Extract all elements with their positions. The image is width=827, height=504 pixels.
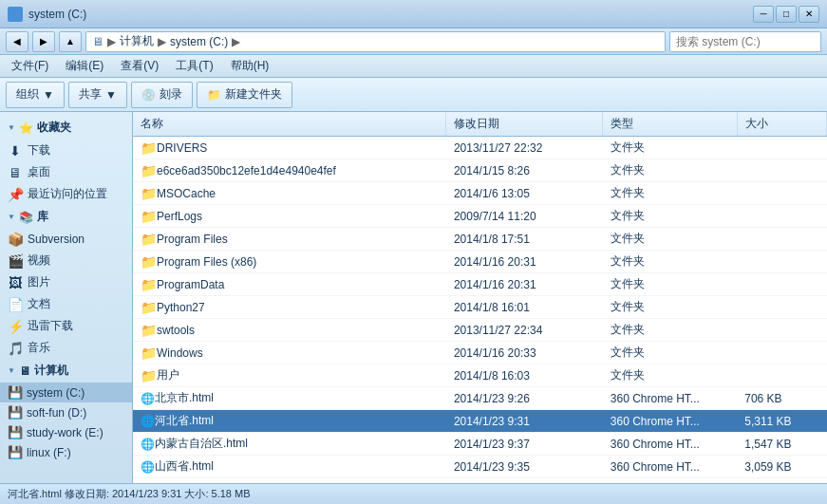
folder-icon: 📁 [141, 163, 157, 178]
new-folder-button[interactable]: 📁 新建文件夹 [197, 82, 292, 108]
sidebar-item-subversion[interactable]: 📦 Subversion [0, 229, 132, 250]
menu-file[interactable]: 文件(F) [4, 56, 56, 76]
cell-type: 文件夹 [603, 251, 737, 273]
cell-name: 📁 Python27 [133, 296, 446, 319]
back-button[interactable]: ◀ [6, 31, 28, 52]
table-row[interactable]: 🌐 天津市.html 2014/1/23 9:26 360 Chrome HT.… [133, 478, 827, 484]
computer-icon: 🖥 [19, 364, 30, 378]
sidebar-item-recent[interactable]: 📌 最近访问的位置 [0, 183, 132, 205]
search-input[interactable] [669, 31, 821, 52]
sidebar-item-desktop[interactable]: 🖥 桌面 [0, 161, 132, 183]
drive-f-icon: 💾 [8, 445, 23, 459]
file-table: 名称 修改日期 类型 大小 📁 DRIVERS 2013/11/27 22:32… [133, 112, 827, 483]
table-row[interactable]: 🌐 北京市.html 2014/1/23 9:26 360 Chrome HT.… [133, 387, 827, 410]
share-arrow: ▼ [105, 88, 117, 102]
sidebar-drive-e[interactable]: 💾 study-work (E:) [0, 422, 132, 442]
sidebar-drive-f[interactable]: 💾 linux (F:) [0, 442, 132, 462]
cell-size [737, 342, 826, 364]
favorites-header[interactable]: ▼ ⭐ 收藏夹 [0, 116, 132, 140]
sidebar-item-pictures[interactable]: 🖼 图片 [0, 271, 132, 293]
table-row[interactable]: 🌐 河北省.html 2014/1/23 9:31 360 Chrome HT.… [133, 410, 827, 433]
menu-view[interactable]: 查看(V) [113, 56, 166, 76]
cell-size: 568 KB [737, 478, 826, 484]
sidebar-item-thunder[interactable]: ⚡ 迅雷下载 [0, 315, 132, 337]
library-header[interactable]: ▼ 📚 库 [0, 205, 132, 229]
menu-help[interactable]: 帮助(H) [223, 56, 277, 76]
breadcrumb-current[interactable]: system (C:) [170, 35, 228, 48]
cell-type: 文件夹 [603, 205, 737, 228]
thunder-icon: ⚡ [8, 319, 23, 334]
cell-date: 2014/1/16 20:33 [446, 342, 603, 364]
col-header-size[interactable]: 大小 [737, 112, 826, 137]
cell-date: 2014/1/6 13:05 [446, 182, 603, 205]
burn-button[interactable]: 💿 刻录 [131, 82, 193, 108]
table-row[interactable]: 📁 Program Files 2014/1/8 17:51 文件夹 [133, 228, 827, 251]
forward-button[interactable]: ▶ [32, 31, 55, 52]
table-row[interactable]: 📁 Windows 2014/1/16 20:33 文件夹 [133, 342, 827, 364]
cell-type: 文件夹 [603, 342, 737, 364]
cell-name: 📁 Windows [133, 342, 446, 364]
sidebar-item-video[interactable]: 🎬 视频 [0, 250, 132, 271]
close-button[interactable]: ✕ [799, 6, 819, 23]
desktop-icon: 🖥 [8, 165, 23, 180]
table-row[interactable]: 📁 MSOCache 2014/1/6 13:05 文件夹 [133, 182, 827, 205]
cell-date: 2014/1/23 9:35 [446, 456, 603, 478]
menu-edit[interactable]: 编辑(E) [58, 56, 111, 76]
organize-label: 组织 [16, 86, 39, 103]
music-label: 音乐 [28, 340, 50, 356]
cell-name: 📁 ProgramData [133, 273, 446, 296]
cell-date: 2014/1/16 20:31 [446, 273, 603, 296]
cell-size [737, 273, 826, 296]
folder-icon: 📁 [141, 209, 157, 224]
table-row[interactable]: 📁 e6ce6ad350bc12efe1d4e4940e4fef 2014/1/… [133, 159, 827, 182]
table-row[interactable]: 📁 用户 2014/1/8 16:03 文件夹 [133, 364, 827, 387]
status-bar: 河北省.html 修改日期: 2014/1/23 9:31 大小: 5.18 M… [0, 483, 827, 504]
thunder-label: 迅雷下载 [28, 318, 73, 334]
sidebar-drive-c[interactable]: 💾 system (C:) [0, 383, 132, 402]
organize-button[interactable]: 组织 ▼ [6, 82, 65, 108]
toolbar: 组织 ▼ 共享 ▼ 💿 刻录 📁 新建文件夹 [0, 78, 827, 112]
col-header-name[interactable]: 名称 [133, 112, 446, 137]
sidebar-item-documents[interactable]: 📄 文档 [0, 293, 132, 315]
library-text: 库 [37, 209, 48, 225]
menu-tools[interactable]: 工具(T) [168, 56, 220, 76]
file-name: Program Files [157, 233, 228, 246]
folder-icon: 📁 [141, 300, 157, 315]
table-row[interactable]: 📁 Program Files (x86) 2014/1/16 20:31 文件… [133, 251, 827, 273]
col-header-type[interactable]: 类型 [603, 112, 737, 137]
breadcrumb-root[interactable]: 计算机 [120, 33, 154, 49]
library-triangle: ▼ [8, 213, 15, 221]
breadcrumb-sep1: ▶ [107, 35, 116, 48]
breadcrumb-computer[interactable]: 🖥 [92, 35, 103, 48]
cell-size: 5,311 KB [737, 410, 826, 433]
table-row[interactable]: 🌐 内蒙古自治区.html 2014/1/23 9:37 360 Chrome … [133, 433, 827, 456]
recent-label: 最近访问的位置 [28, 186, 107, 202]
up-button[interactable]: ▲ [59, 31, 82, 52]
maximize-button[interactable]: □ [776, 6, 797, 23]
table-row[interactable]: 📁 DRIVERS 2013/11/27 22:32 文件夹 [133, 137, 827, 159]
sidebar-item-music[interactable]: 🎵 音乐 [0, 337, 132, 359]
table-row[interactable]: 📁 ProgramData 2014/1/16 20:31 文件夹 [133, 273, 827, 296]
breadcrumb[interactable]: 🖥 ▶ 计算机 ▶ system (C:) ▶ [85, 31, 666, 52]
cell-date: 2013/11/27 22:32 [446, 137, 603, 159]
file-list-body: 📁 DRIVERS 2013/11/27 22:32 文件夹 📁 e6ce6ad… [133, 137, 827, 484]
table-row[interactable]: 📁 Python27 2014/1/8 16:01 文件夹 [133, 296, 827, 319]
table-row[interactable]: 📁 PerfLogs 2009/7/14 11:20 文件夹 [133, 205, 827, 228]
computer-header[interactable]: ▼ 🖥 计算机 [0, 359, 132, 383]
drive-e-label: study-work (E:) [27, 426, 103, 439]
cell-date: 2014/1/23 9:31 [446, 410, 603, 433]
cell-date: 2014/1/23 9:37 [446, 433, 603, 456]
html-icon: 🌐 [141, 460, 155, 474]
cell-name: 📁 DRIVERS [133, 137, 446, 159]
cell-date: 2014/1/23 9:26 [446, 478, 603, 484]
table-row[interactable]: 🌐 山西省.html 2014/1/23 9:35 360 Chrome HT.… [133, 456, 827, 478]
cell-size [737, 159, 826, 182]
share-button[interactable]: 共享 ▼ [68, 82, 127, 108]
table-row[interactable]: 📁 swtools 2013/11/27 22:34 文件夹 [133, 319, 827, 342]
sidebar-item-download[interactable]: ⬇ 下载 [0, 140, 132, 161]
minimize-button[interactable]: ─ [753, 6, 774, 23]
col-header-date[interactable]: 修改日期 [446, 112, 603, 137]
file-name: 用户 [157, 367, 179, 383]
sidebar-drive-d[interactable]: 💾 soft-fun (D:) [0, 402, 132, 422]
download-icon: ⬇ [8, 143, 23, 159]
